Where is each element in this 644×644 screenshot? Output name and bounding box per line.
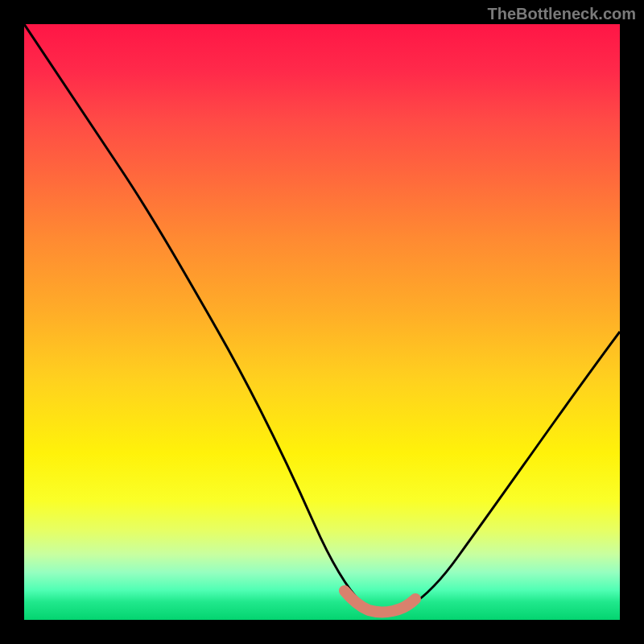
chart-plot-area: [24, 24, 620, 620]
watermark-text: TheBottleneck.com: [488, 5, 636, 23]
chart-container: TheBottleneck.com: [0, 0, 644, 644]
